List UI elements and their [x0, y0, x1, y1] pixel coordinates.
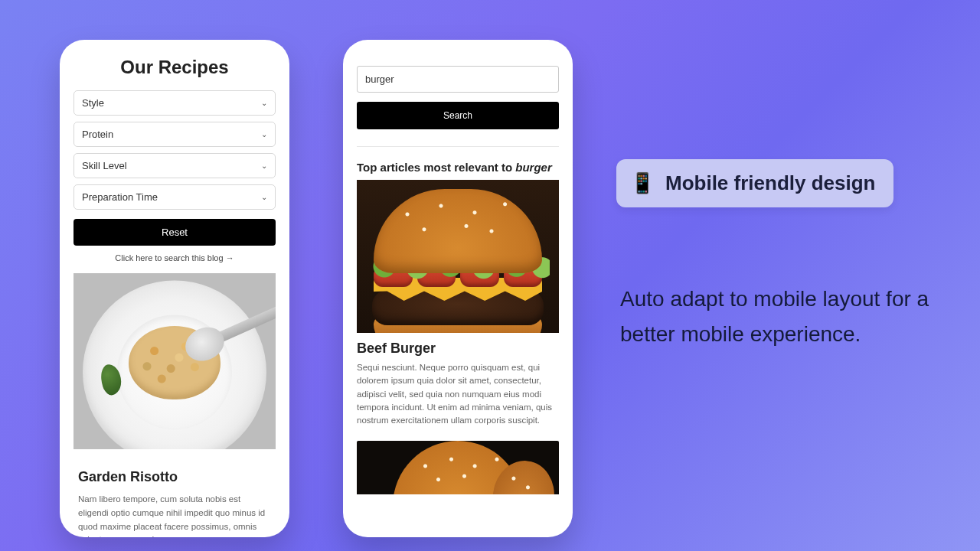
- chevron-down-icon: ⌄: [261, 193, 267, 201]
- search-blog-link-text: Click here to search this blog →: [115, 253, 234, 262]
- reset-button[interactable]: Reset: [74, 219, 276, 246]
- results-heading-prefix: Top articles most relevant to: [357, 161, 515, 174]
- feature-description: Auto adapt to mobile layout for a better…: [620, 282, 949, 352]
- filter-style-label: Style: [82, 97, 104, 109]
- result-image-secondary: [357, 441, 559, 494]
- section-divider: [357, 146, 559, 147]
- filter-style[interactable]: Style ⌄: [74, 90, 276, 116]
- result-card-title: Beef Burger: [357, 341, 559, 357]
- recipe-card-text: Nam libero tempore, cum soluta nobis est…: [78, 493, 271, 537]
- search-input[interactable]: [357, 66, 559, 93]
- filter-preparation-time[interactable]: Preparation Time ⌄: [74, 184, 276, 210]
- results-heading: Top articles most relevant to burger: [357, 161, 559, 174]
- phone-mockup-search: Search Top articles most relevant to bur…: [343, 40, 573, 537]
- filter-skill-level[interactable]: Skill Level ⌄: [74, 153, 276, 178]
- page-title: Our Recipes: [74, 57, 276, 78]
- recipe-image-risotto: [74, 273, 276, 449]
- search-blog-link[interactable]: Click here to search this blog →: [74, 253, 276, 262]
- chevron-down-icon: ⌄: [261, 99, 267, 107]
- chevron-down-icon: ⌄: [261, 130, 267, 139]
- results-heading-keyword: burger: [515, 161, 552, 174]
- recipe-card-title: Garden Risotto: [78, 469, 276, 485]
- feature-badge: 📱 Mobile friendly design: [616, 159, 893, 207]
- result-image-beef-burger: [357, 180, 559, 333]
- filter-protein-label: Protein: [82, 129, 113, 140]
- phone-mockup-filters: Our Recipes Style ⌄ Protein ⌄ Skill Leve…: [60, 40, 289, 537]
- feature-badge-text: Mobile friendly design: [665, 171, 875, 195]
- phone-icon: 📱: [630, 171, 655, 195]
- chevron-down-icon: ⌄: [261, 161, 267, 170]
- filter-skill-label: Skill Level: [82, 160, 127, 171]
- result-card-text: Sequi nesciunt. Neque porro quisquam est…: [357, 361, 559, 427]
- filter-protein[interactable]: Protein ⌄: [74, 122, 276, 147]
- filter-prep-label: Preparation Time: [82, 191, 158, 203]
- promo-canvas: Our Recipes Style ⌄ Protein ⌄ Skill Leve…: [0, 0, 980, 551]
- search-button[interactable]: Search: [357, 102, 559, 129]
